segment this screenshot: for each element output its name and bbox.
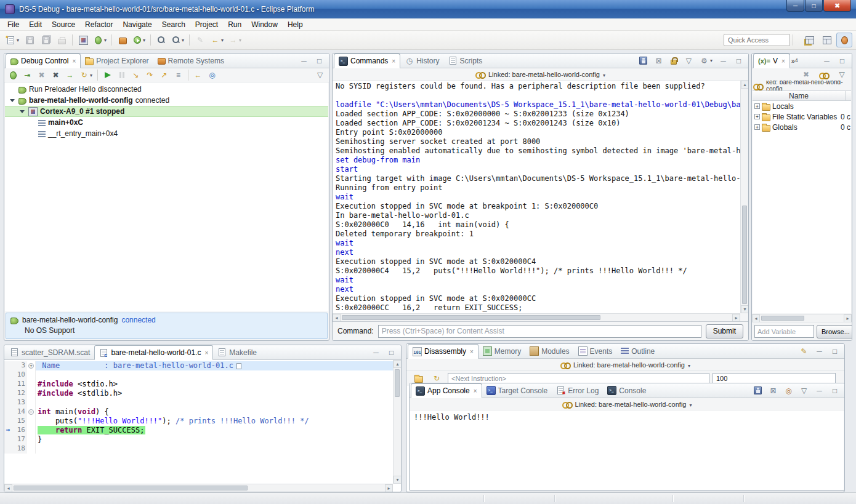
close-tab-icon[interactable]	[72, 58, 76, 65]
pin-console-button[interactable]	[782, 385, 795, 396]
expand-icon[interactable]	[754, 103, 760, 109]
menu-window[interactable]: Window	[246, 19, 283, 30]
remove-all-connections-button[interactable]	[49, 70, 62, 81]
command-input[interactable]	[378, 325, 701, 338]
tree-item-run-preloader-hello[interactable]: Run Preloader Hello disconnected	[5, 84, 328, 95]
tab-modules[interactable]: Modules	[525, 344, 573, 358]
locate-pc-button[interactable]	[206, 70, 219, 81]
link-view-button[interactable]	[817, 68, 831, 81]
target-configuration-button[interactable]	[76, 33, 91, 47]
tab-project-explorer[interactable]: Project Explorer	[81, 54, 153, 68]
twistie-icon[interactable]	[9, 99, 16, 102]
menu-source[interactable]: Source	[47, 19, 80, 30]
maximize-button[interactable]	[732, 55, 745, 66]
scroll-down-arrow[interactable]: ▾	[394, 476, 402, 484]
maximize-button[interactable]	[828, 385, 841, 396]
scroll-down-arrow[interactable]: ▾	[741, 305, 749, 313]
tree-item-bare-metal-hello-world-config[interactable]: bare-metal-hello-world-config connected	[5, 95, 328, 106]
variables-view-menu-button[interactable]	[834, 68, 849, 81]
tab-memory[interactable]: Memory	[478, 344, 525, 358]
menu-refactor[interactable]: Refactor	[80, 19, 118, 30]
interrupt-button[interactable]	[116, 70, 128, 81]
close-tab-icon[interactable]	[470, 348, 474, 355]
menu-project[interactable]: Project	[190, 19, 223, 30]
fold-expanded-icon[interactable]: −	[28, 409, 34, 415]
save-button[interactable]	[22, 33, 37, 47]
linked-bar[interactable]: Linked: bare-metal-hello-world-config	[406, 359, 844, 371]
tree-item-cortex-a9-0-1-stopped[interactable]: Cortex-A9_0 #1 stopped	[5, 106, 328, 117]
dropdown-arrow-icon[interactable]: ▾	[239, 38, 241, 43]
dropdown-arrow-icon[interactable]: ▾	[221, 38, 224, 43]
fold-collapsed-icon[interactable]: +	[28, 363, 34, 369]
close-tab-icon[interactable]	[392, 58, 395, 65]
maximize-button[interactable]	[385, 347, 398, 358]
name-column-header[interactable]: Name	[753, 92, 845, 100]
maximize-window-button[interactable]	[805, 0, 823, 12]
clear-console-button[interactable]	[652, 55, 665, 66]
minimize-button[interactable]	[813, 385, 826, 396]
quick-access-input[interactable]	[724, 34, 790, 46]
back-button[interactable]: ▾	[209, 33, 225, 47]
linked-bar[interactable]: Linked: bare-metal-hello-world-config	[410, 398, 844, 410]
run-button[interactable]: ▾	[131, 33, 147, 47]
column-divider[interactable]	[845, 91, 846, 100]
maximize-button[interactable]	[836, 55, 849, 66]
tab-outline[interactable]: Outline	[616, 344, 659, 358]
commands-console[interactable]: No SYSID registers could be found. Has a…	[333, 81, 740, 313]
tab-scripts[interactable]: Scripts	[444, 54, 487, 68]
export-console-button[interactable]	[751, 385, 764, 396]
hscroll-thumb[interactable]	[761, 316, 804, 321]
minimize-window-button[interactable]	[786, 0, 804, 12]
print-button[interactable]	[54, 33, 69, 47]
browse-button[interactable]: Browse...	[817, 325, 852, 338]
tab-error-log[interactable]: Error Log	[552, 383, 603, 398]
search-button[interactable]: ▾	[170, 33, 186, 47]
remote-system-button[interactable]	[115, 33, 130, 47]
maximize-button[interactable]	[828, 346, 841, 357]
variables-linked-bar[interactable]: ked: bare-metal-hello-world-config	[752, 81, 852, 90]
export-console-button[interactable]	[637, 55, 650, 66]
editor-hscrollbar[interactable]: ◂ ▸	[4, 484, 393, 492]
variables-column-header[interactable]: Name	[753, 90, 851, 101]
linked-bar[interactable]: Linked: bare-metal-hello-world-config	[333, 68, 748, 81]
last-edit-location-button[interactable]	[193, 33, 208, 47]
vscroll-thumb[interactable]	[742, 206, 747, 304]
editor-vscrollbar[interactable]: ▴ ▾	[393, 360, 401, 484]
scroll-up-arrow[interactable]: ▴	[741, 81, 749, 89]
open-perspective-button[interactable]	[802, 33, 818, 47]
dropdown-arrow-icon[interactable]: ▾	[17, 38, 19, 43]
debug-button[interactable]: ▾	[92, 33, 108, 47]
variable-row-globals[interactable]: Globals0 c	[753, 122, 851, 132]
tab-events[interactable]: Events	[574, 344, 617, 358]
tab-variables[interactable]: (x)=V	[753, 54, 790, 68]
menu-file[interactable]: File	[2, 19, 24, 30]
cpp-perspective-button[interactable]	[819, 33, 835, 47]
submit-button[interactable]: Submit	[706, 324, 743, 338]
close-tab-icon[interactable]	[204, 350, 208, 356]
save-all-button[interactable]	[38, 33, 53, 47]
minimize-button[interactable]	[717, 55, 730, 66]
tab-bare-metal-hello-world-01-c[interactable]: bare-metal-hello-world-01.c	[94, 345, 213, 360]
debug-configurations-button[interactable]	[7, 70, 20, 81]
variable-row-locals[interactable]: Locals	[753, 101, 851, 111]
tab-disassembly[interactable]: Disassembly	[408, 344, 478, 359]
expand-icon[interactable]	[754, 124, 760, 130]
close-window-button[interactable]	[823, 0, 851, 12]
scroll-right-arrow[interactable]: ▸	[385, 484, 393, 492]
tab-app-console[interactable]: App Console	[411, 383, 482, 398]
menu-help[interactable]: Help	[283, 19, 308, 30]
tab-console[interactable]: Console	[603, 383, 650, 398]
step-out-button[interactable]	[158, 70, 171, 81]
forward-button[interactable]: ▾	[227, 33, 243, 47]
console-options-button[interactable]: ▾	[698, 55, 714, 66]
dropdown-arrow-icon[interactable]: ▾	[710, 58, 713, 63]
minimize-button[interactable]	[813, 346, 826, 357]
add-variable-input[interactable]	[754, 325, 814, 338]
menu-edit[interactable]: Edit	[24, 19, 47, 30]
vscroll-thumb[interactable]	[395, 369, 400, 397]
menu-search[interactable]: Search	[157, 19, 190, 30]
scroll-up-arrow[interactable]: ▴	[394, 360, 402, 368]
collapsed-fold-box[interactable]	[236, 363, 241, 369]
filter-button[interactable]	[682, 55, 695, 66]
link-edit-button[interactable]	[797, 346, 810, 357]
